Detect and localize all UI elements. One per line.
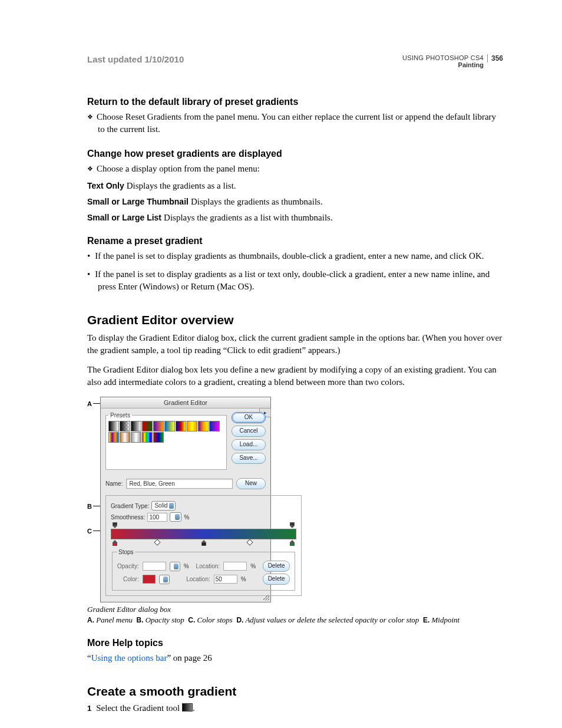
gradient-swatch[interactable] xyxy=(142,421,153,431)
bullet-rename-list: •If the panel is set to display gradient… xyxy=(87,268,503,293)
dot-bullet-icon: • xyxy=(87,269,95,279)
delete-opacity-button[interactable]: Delete xyxy=(263,561,290,572)
bullet-text: Choose a display option from the panel m… xyxy=(97,164,260,173)
stops-legend: Stops xyxy=(117,549,135,555)
key-text: Color stops xyxy=(197,615,233,624)
gradient-editor-window: Gradient Editor ▸ Presets xyxy=(100,397,271,602)
gradient-swatch[interactable] xyxy=(187,421,197,431)
color-stop[interactable] xyxy=(290,540,295,546)
figure-key: A. Panel menu B. Opacity stop C. Color s… xyxy=(87,615,503,625)
smoothness-arrow[interactable] xyxy=(170,512,181,522)
color-stop[interactable] xyxy=(201,540,206,546)
percent-sign: % xyxy=(250,563,256,569)
def-thumbnail: Small or Large ThumbnailDisplays the gra… xyxy=(87,197,503,207)
header-right: USING PHOTOSHOP CS4 Painting 356 xyxy=(402,54,503,68)
heading-return-default: Return to the default library of preset … xyxy=(87,97,503,107)
page: Last updated 1/10/2010 USING PHOTOSHOP C… xyxy=(0,0,562,728)
link-options-bar[interactable]: Using the options bar xyxy=(91,653,167,663)
presets-fieldset: Presets xyxy=(105,412,227,470)
overview-p1: To display the Gradient Editor dialog bo… xyxy=(87,332,503,357)
smoothness-input[interactable]: 100 xyxy=(147,513,167,522)
diamond-bullet-icon: ❖ xyxy=(87,165,97,172)
gradient-swatch[interactable] xyxy=(153,421,164,431)
button-column: OK Cancel Load... Save... xyxy=(232,412,266,470)
quote: “ xyxy=(87,653,91,663)
load-button[interactable]: Load... xyxy=(232,439,266,450)
opacity-stop[interactable] xyxy=(290,522,295,528)
gradient-tool-icon xyxy=(182,703,193,711)
presets-legend: Presets xyxy=(108,412,132,419)
new-button[interactable]: New xyxy=(236,478,266,489)
gradient-swatch[interactable] xyxy=(209,421,220,431)
gradient-type-select[interactable]: Solid xyxy=(151,501,175,510)
heading-gradient-editor-overview: Gradient Editor overview xyxy=(87,313,503,327)
midpoint-icon[interactable] xyxy=(154,539,161,545)
stops-fieldset: Stops Opacity: % Location: % Delete xyxy=(112,549,295,591)
link-suffix: ” on page 26 xyxy=(167,653,211,663)
gradient-swatch[interactable] xyxy=(176,421,186,431)
bullet-reset-gradients: ❖Choose Reset Gradients from the panel m… xyxy=(87,111,503,136)
name-input[interactable]: Red, Blue, Green xyxy=(126,479,233,489)
opacity-arrow[interactable] xyxy=(170,562,180,571)
midpoint-icon[interactable] xyxy=(246,539,253,545)
gradient-settings: Gradient Type: Solid Smoothness: 100 % xyxy=(105,495,302,596)
def-desc: Displays the gradients as a list. xyxy=(127,181,236,190)
def-term: Text Only xyxy=(87,181,127,190)
color-arrow[interactable] xyxy=(159,575,170,584)
callout-line xyxy=(93,531,100,531)
gradient-swatch[interactable] xyxy=(120,421,130,431)
heading-rename: Rename a preset gradient xyxy=(87,236,503,246)
opacity-stop[interactable] xyxy=(113,522,117,528)
gradient-swatch[interactable] xyxy=(164,421,175,431)
key-label: A. xyxy=(87,616,94,624)
key-text: Opacity stop xyxy=(146,615,184,624)
gradient-swatch[interactable] xyxy=(153,432,164,443)
callout-b: B xyxy=(87,503,92,510)
color-swatch[interactable] xyxy=(143,575,156,584)
percent-sign: % xyxy=(184,563,189,569)
location-label: Location: xyxy=(196,563,220,569)
cancel-button[interactable]: Cancel xyxy=(232,426,266,437)
bullet-rename-thumb: •If the panel is set to display gradient… xyxy=(87,250,503,262)
preset-swatches[interactable] xyxy=(108,421,224,443)
step-1: 1Select the Gradient tool . xyxy=(87,703,503,713)
gradient-swatch[interactable] xyxy=(142,432,153,443)
location-input[interactable]: 50 xyxy=(214,575,237,584)
gradient-swatch[interactable] xyxy=(131,432,141,443)
callout-line xyxy=(93,403,100,404)
opacity-input[interactable] xyxy=(143,562,166,571)
location-input[interactable] xyxy=(223,562,247,571)
key-text: Midpoint xyxy=(431,615,459,624)
delete-color-button[interactable]: Delete xyxy=(263,574,290,585)
callout-c: C xyxy=(87,528,92,535)
gradient-swatch[interactable] xyxy=(108,421,119,431)
key-text: Adjust values or delete the selected opa… xyxy=(245,615,419,624)
gradient-swatch[interactable] xyxy=(131,421,141,431)
key-label: D. xyxy=(236,616,243,624)
color-label: Color: xyxy=(123,576,139,582)
step-number: 1 xyxy=(87,704,96,713)
gradient-swatch[interactable] xyxy=(120,432,130,443)
more-help-link-line: “Using the options bar” on page 26 xyxy=(87,652,503,664)
heading-change-display: Change how preset gradients are displaye… xyxy=(87,149,503,159)
bullet-text: Choose Reset Gradients from the panel me… xyxy=(97,112,496,134)
gradient-swatch[interactable] xyxy=(108,432,119,443)
color-stop[interactable] xyxy=(113,540,117,546)
diamond-bullet-icon: ❖ xyxy=(87,113,97,120)
heading-create-smooth: Create a smooth gradient xyxy=(87,684,503,699)
bullet-text: If the panel is set to display gradients… xyxy=(95,251,484,261)
percent-sign: % xyxy=(184,514,189,521)
save-button[interactable]: Save... xyxy=(232,453,266,464)
resize-handle-icon[interactable] xyxy=(263,595,269,601)
ok-button[interactable]: OK xyxy=(232,412,266,423)
gradient-editor-figure: A B C D E Gradient Editor ▸ Presets xyxy=(87,397,276,602)
percent-sign: % xyxy=(241,576,246,582)
key-label: C. xyxy=(188,616,195,624)
opacity-label: Opacity: xyxy=(117,563,139,569)
key-text: Panel menu xyxy=(96,615,133,624)
location-label: Location: xyxy=(186,576,210,582)
page-number: 356 xyxy=(487,54,503,62)
gradient-swatch[interactable] xyxy=(198,421,209,431)
gradient-bar[interactable] xyxy=(111,529,296,539)
key-label: E. xyxy=(423,616,429,624)
